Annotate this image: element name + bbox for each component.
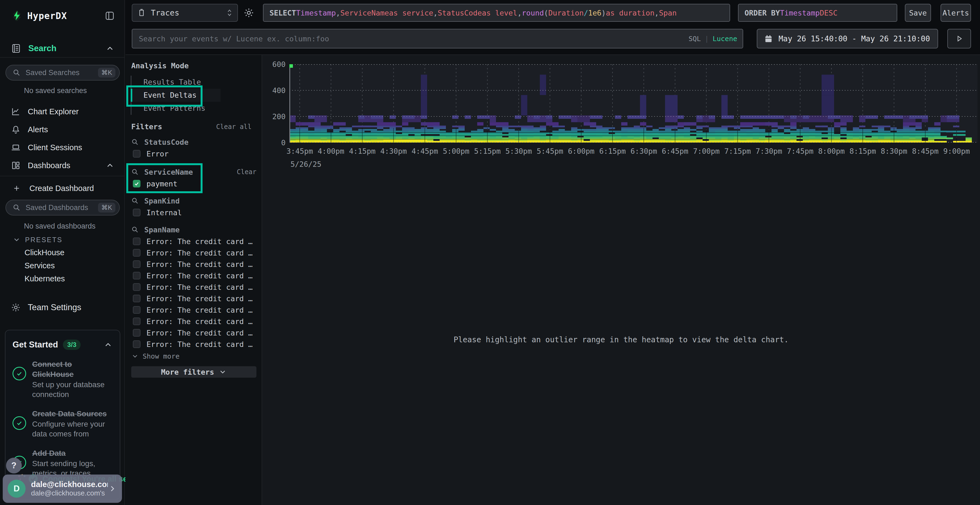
sidebar-item-chart-explorer[interactable]: Chart Explorer xyxy=(0,104,124,119)
checkbox-unchecked[interactable] xyxy=(133,295,140,302)
analysis-mode-results-table[interactable]: Results Table xyxy=(132,76,221,89)
sql-select-editor[interactable]: SELECT Timestamp, ServiceName as service… xyxy=(263,4,730,22)
search-icon[interactable] xyxy=(131,168,139,176)
facet-value-payment[interactable]: payment xyxy=(131,178,256,189)
facet-value-spanname[interactable]: Error: The credit card … xyxy=(131,293,256,304)
facet-name: StatusCode xyxy=(144,138,189,146)
sql-token: ( xyxy=(544,9,548,17)
collapse-sidebar-icon[interactable] xyxy=(104,10,115,21)
checkbox-unchecked[interactable] xyxy=(133,249,140,257)
sidebar-item-alerts[interactable]: Alerts xyxy=(0,122,124,137)
get-started-item[interactable]: Connect to ClickHouseSet up your databas… xyxy=(13,359,113,399)
search-icon[interactable] xyxy=(131,138,139,146)
help-button[interactable]: ? xyxy=(6,458,22,473)
sidebar-item-label: Alerts xyxy=(28,125,48,134)
gear-icon xyxy=(11,302,21,313)
facet-value-error[interactable]: Error xyxy=(131,148,256,159)
preset-kubernetes[interactable]: Kubernetes xyxy=(24,274,65,283)
checkbox-unchecked[interactable] xyxy=(133,272,140,279)
checkbox-unchecked[interactable] xyxy=(133,329,140,337)
search-icon[interactable] xyxy=(131,197,139,205)
clear-facet-link[interactable]: Clear xyxy=(237,168,256,176)
run-query-button[interactable] xyxy=(947,29,971,48)
search-bar[interactable]: SQL | Lucene xyxy=(132,29,743,48)
saved-searches-input[interactable]: Saved Searches ⌘K xyxy=(5,65,120,81)
sidebar-item-dashboards[interactable]: Dashboards xyxy=(0,158,124,173)
facet-value-spanname[interactable]: Error: The credit card … xyxy=(131,247,256,259)
more-filters-button[interactable]: More filters xyxy=(131,366,256,378)
checkbox-unchecked[interactable] xyxy=(133,238,140,245)
help-label: ? xyxy=(11,461,17,470)
no-saved-dashboards-text: No saved dashboards xyxy=(24,222,95,230)
facet-value-spanname[interactable]: Error: The credit card … xyxy=(131,270,256,281)
order-by-editor[interactable]: ORDER BY Timestamp DESC xyxy=(738,4,897,22)
sql-token: ServiceName xyxy=(340,9,389,17)
facet-value-internal[interactable]: Internal xyxy=(131,207,256,218)
divider xyxy=(0,176,124,176)
select-chevrons-icon xyxy=(226,9,232,17)
checkbox-unchecked[interactable] xyxy=(133,150,140,157)
x-axis-tick-label: 6:45pm xyxy=(662,147,689,156)
sidebar-item-label: Chart Explorer xyxy=(28,107,79,116)
analysis-mode-event-patterns[interactable]: Event Patterns xyxy=(132,102,221,115)
mode-sql[interactable]: SQL xyxy=(689,35,701,43)
checkbox-unchecked[interactable] xyxy=(133,209,140,216)
preset-clickhouse[interactable]: ClickHouse xyxy=(24,248,65,257)
sidebar-item-client-sessions[interactable]: Client Sessions xyxy=(0,140,124,155)
x-axis-tick-label: 8:30pm xyxy=(881,147,907,156)
mode-lucene[interactable]: Lucene xyxy=(713,35,737,43)
search-icon[interactable] xyxy=(131,226,139,233)
facet-value-spanname[interactable]: Error: The credit card … xyxy=(131,236,256,247)
get-started-item[interactable]: Create Data SourcesConfigure where your … xyxy=(13,409,113,439)
x-axis-tick-label: 6:30pm xyxy=(630,147,657,156)
user-menu[interactable]: D dale@clickhouse.com dale@clickhouse.co… xyxy=(3,475,122,503)
checkbox-unchecked[interactable] xyxy=(133,340,140,348)
facet-value-spanname[interactable]: Error: The credit card … xyxy=(131,259,256,270)
analysis-mode-event-deltas[interactable]: Event Deltas xyxy=(132,89,221,102)
duration-heatmap[interactable] xyxy=(290,64,978,143)
save-button[interactable]: Save xyxy=(905,4,931,22)
sql-token: / xyxy=(584,9,588,17)
presets-toggle[interactable]: PRESETS xyxy=(13,236,63,244)
source-select[interactable]: Traces xyxy=(132,4,238,22)
checkbox-unchecked[interactable] xyxy=(133,306,140,314)
checkbox-checked[interactable] xyxy=(133,180,140,187)
facet-value-spanname[interactable]: Error: The credit card … xyxy=(131,304,256,316)
time-range-picker[interactable]: May 26 15:40:00 - May 26 21:10:00 xyxy=(757,29,938,48)
topbar: Traces SELECT Timestamp, ServiceName as … xyxy=(126,0,980,55)
create-dashboard-button[interactable]: Create Dashboard xyxy=(0,181,124,196)
facet-value-spanname[interactable]: Error: The credit card … xyxy=(131,338,256,350)
y-axis-tick-label: 0 xyxy=(262,138,286,147)
time-range-value: May 26 15:40:00 - May 26 21:10:00 xyxy=(778,34,930,43)
facet-name: SpanKind xyxy=(144,197,180,205)
clear-all-filters-link[interactable]: Clear all xyxy=(216,123,251,130)
preset-services[interactable]: Services xyxy=(24,261,55,270)
sidebar-item-team-settings[interactable]: Team Settings xyxy=(0,300,124,315)
y-axis-tick-label: 600 xyxy=(262,60,286,68)
chevron-up-icon[interactable] xyxy=(105,161,115,170)
checkbox-unchecked[interactable] xyxy=(133,260,140,268)
facet-value-spanname[interactable]: Error: The credit card … xyxy=(131,327,256,338)
facet-value-label: Internal xyxy=(146,208,182,217)
checkbox-unchecked[interactable] xyxy=(133,318,140,325)
x-axis-tick-label: 4:00pm xyxy=(318,147,344,156)
check-circle-icon xyxy=(13,416,26,430)
alerts-button[interactable]: Alerts xyxy=(940,4,971,22)
facet-value-spanname[interactable]: Error: The credit card … xyxy=(131,316,256,327)
checkbox-unchecked[interactable] xyxy=(133,283,140,291)
get-started-progress-badge: 3/3 xyxy=(63,340,81,350)
logo[interactable]: HyperDX xyxy=(11,8,115,24)
source-settings-gear-icon[interactable] xyxy=(243,7,255,19)
saved-dashboards-input[interactable]: Saved Dashboards ⌘K xyxy=(5,200,120,216)
sql-token: StatusCode xyxy=(438,9,482,17)
facet-value-spanname[interactable]: Error: The credit card … xyxy=(131,281,256,293)
search-input[interactable] xyxy=(139,35,689,43)
sidebar-item-label: Client Sessions xyxy=(28,143,82,152)
sidebar-item-search[interactable]: Search xyxy=(0,40,124,58)
get-started-item-title: Connect to ClickHouse xyxy=(32,359,113,379)
sql-token: Timestamp xyxy=(780,9,820,17)
chevron-up-icon[interactable] xyxy=(103,340,113,349)
facet-name: ServiceName xyxy=(144,168,193,176)
chevron-up-icon[interactable] xyxy=(105,44,115,53)
show-more-link[interactable]: Show more xyxy=(131,350,256,362)
